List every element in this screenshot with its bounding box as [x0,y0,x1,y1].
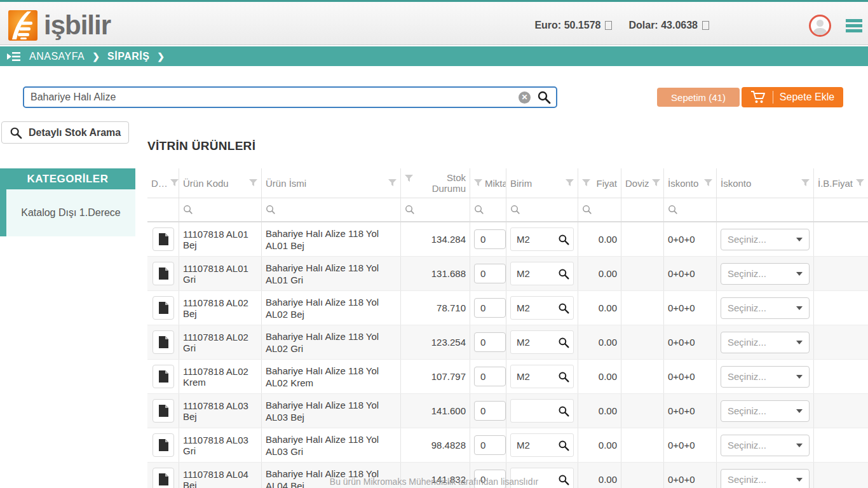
my-cart-button[interactable]: Sepetim (41) [657,88,740,107]
currency-value [621,222,664,256]
filter-funnel-icon[interactable] [170,178,179,189]
quantity-input[interactable] [474,401,506,421]
unit-picker[interactable]: M2 [510,227,574,251]
col-ibfiyat-label: İ.B.Fiyat [818,178,853,189]
select-placeholder: Seçiniz... [728,440,766,451]
filter-cell-iskonto1[interactable] [664,198,717,221]
filter-cell-kodu[interactable] [179,198,262,221]
filter-cell-stok[interactable] [401,198,470,221]
unit-picker[interactable] [510,399,574,423]
chevron-down-icon [796,272,803,276]
unit-picker[interactable]: M2 [510,365,574,388]
price-value: 0.00 [578,360,621,393]
discount-select-cell: Seçiniz... [717,291,814,325]
brand-logo[interactable]: işbilir [8,10,111,41]
filter-cell-fiyat[interactable] [578,198,621,221]
search-icon[interactable] [558,371,569,383]
filter-funnel-icon[interactable] [856,178,864,189]
search-icon[interactable] [558,474,569,485]
breadcrumb-current[interactable]: SİPARİŞ [107,51,149,62]
table-row: 11107818 AL01 Bej Bahariye Halı Alize 11… [147,222,868,257]
filter-funnel-icon[interactable] [405,173,413,184]
discount-select[interactable]: Seçiniz... [721,469,810,488]
quantity-input[interactable] [474,435,506,455]
filter-cell-miktar[interactable] [470,198,506,221]
discount-select[interactable]: Seçiniz... [721,400,810,422]
filter-cell-doviz [621,198,664,221]
breadcrumb-menu-icon[interactable] [6,51,22,62]
add-to-cart-button[interactable]: Sepete Ekle [742,87,843,107]
product-detail-button[interactable] [153,330,174,354]
quantity-input[interactable] [474,332,506,352]
discount-select[interactable]: Seçiniz... [721,263,810,285]
product-detail-button[interactable] [153,468,174,488]
price-value: 0.00 [578,291,621,325]
filter-funnel-icon[interactable] [582,178,590,189]
filter-funnel-icon[interactable] [704,178,712,189]
unit-value: M2 [517,234,530,245]
document-icon [159,302,168,314]
unit-picker[interactable]: M2 [510,262,574,285]
unit-picker[interactable] [510,468,574,488]
sidebar-item-katalog-disi[interactable]: Katalog Dışı 1.Derece [21,207,121,219]
quantity-input[interactable] [474,264,506,283]
product-name: Bahariye Halı Alize 118 Yol AL01 Bej [262,222,401,256]
product-detail-button[interactable] [153,227,174,251]
search-icon[interactable] [558,405,569,417]
brand-logo-icon [8,10,37,41]
discount-select[interactable]: Seçiniz... [721,435,810,456]
clear-search-icon[interactable]: ✕ [519,92,531,104]
discount-value: 0+0+0 [664,291,717,325]
filter-funnel-icon[interactable] [474,178,482,189]
product-detail-button[interactable] [153,433,174,457]
filter-cell-detail [147,198,179,221]
discount-select[interactable]: Seçiniz... [721,229,810,250]
search-input[interactable] [24,92,519,103]
search-icon[interactable] [558,302,569,314]
filter-cell-birim[interactable] [506,198,578,221]
user-avatar[interactable] [809,15,831,37]
product-detail-button[interactable] [153,399,174,423]
search-icon[interactable] [537,90,551,104]
quantity-cell [470,428,506,462]
filter-cell-ismi[interactable] [262,198,401,221]
unit-picker[interactable]: M2 [510,296,574,320]
price-value: 0.00 [578,325,621,359]
unit-picker[interactable]: M2 [510,330,574,354]
product-detail-button[interactable] [153,365,174,388]
filter-funnel-icon[interactable] [652,178,660,189]
quantity-input[interactable] [474,229,506,249]
detail-cell [147,394,179,428]
discount-select-cell: Seçiniz... [717,428,814,462]
search-icon[interactable] [558,234,569,245]
product-detail-button[interactable] [153,262,174,285]
table-row: 11107818 AL03 Gri Bahariye Halı Alize 11… [147,428,868,463]
discount-select[interactable]: Seçiniz... [721,297,810,319]
col-ismi-label: Ürün İsmi [266,178,306,189]
person-icon [811,17,829,35]
stock-amount: 98.4828 [401,428,470,462]
search-icon[interactable] [558,268,569,280]
filter-funnel-icon[interactable] [801,178,810,189]
breadcrumb-home[interactable]: ANASAYFA [29,51,85,62]
detailed-stock-search-button[interactable]: Detaylı Stok Arama [1,121,129,144]
currency-value [621,428,664,462]
filter-funnel-icon[interactable] [566,178,574,189]
search-icon [10,126,22,139]
discount-select-cell: Seçiniz... [717,257,814,290]
filter-funnel-icon[interactable] [388,178,397,189]
unit-picker[interactable]: M2 [510,433,574,457]
menu-hamburger-icon[interactable] [846,19,862,32]
filter-funnel-icon[interactable] [249,178,257,189]
quantity-input[interactable] [474,298,506,318]
discount-select[interactable]: Seçiniz... [721,332,810,353]
quantity-input[interactable] [474,470,506,488]
search-icon[interactable] [558,337,569,348]
discount-select[interactable]: Seçiniz... [721,366,810,388]
quantity-input[interactable] [474,367,506,386]
search-icon[interactable] [558,440,569,451]
table-row: 11107818 AL02 Gri Bahariye Halı Alize 11… [147,325,868,360]
product-detail-button[interactable] [153,296,174,320]
chevron-down-icon [796,409,803,413]
chevron-down-icon [796,306,803,310]
